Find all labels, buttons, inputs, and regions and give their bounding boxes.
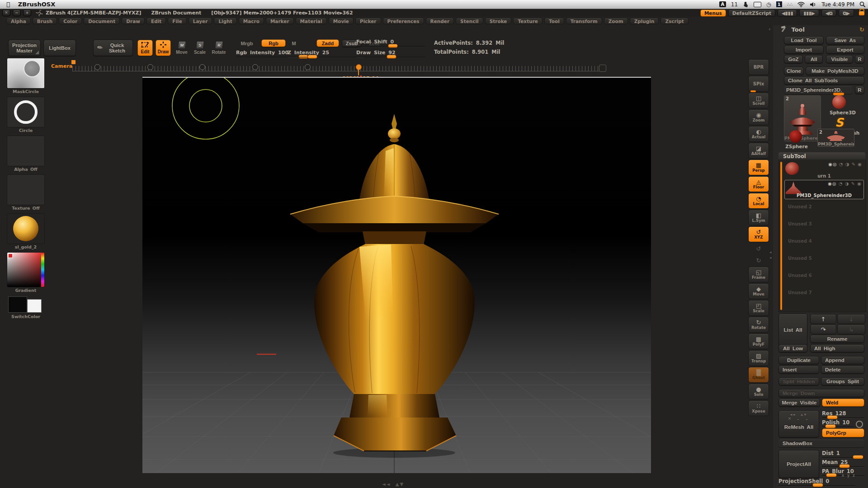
right-tray-button[interactable]: ▨ Transp — [748, 350, 769, 366]
menubar-clock[interactable]: Tue 4:49 PM — [821, 1, 854, 8]
import-button[interactable]: Import — [784, 46, 824, 54]
right-tray-button[interactable]: BPR — [748, 59, 769, 75]
left-tray-item[interactable]: Texture Off — [6, 174, 45, 211]
insert-button[interactable]: Insert — [778, 366, 819, 374]
right-tray-button[interactable]: ▩ PolyF — [748, 333, 769, 349]
subtool-section-header[interactable]: SubTool — [778, 152, 865, 159]
dock-right-icon[interactable]: ⧉▶ — [839, 9, 854, 17]
keyboard-nav-icon[interactable]: ∴∴ — [787, 1, 793, 8]
shadowbox-button[interactable]: ShadowBox — [778, 439, 864, 447]
subtool-item[interactable]: ◉◎ ◔ ◑ ✎ ◉ PM3D_Sphereinder3D — [784, 180, 864, 199]
collapse-arrow-icon[interactable]: ‹ — [769, 26, 771, 32]
remesh-all-button[interactable]: ◂▸ ▴▾✕ ⌄ ⌄ ReMesh All — [778, 410, 819, 437]
right-tray-button[interactable]: ↻ — [748, 255, 769, 266]
window-zoom-button[interactable]: + — [23, 9, 31, 16]
draw-size-slider[interactable]: Draw Size 92 — [356, 50, 425, 57]
lock-icon[interactable] — [859, 11, 864, 15]
load-tool-button[interactable]: Load Tool — [784, 36, 824, 44]
list-all-button[interactable]: List All — [778, 314, 807, 346]
projectionshell-slider[interactable]: ProjectionShell 0 — [778, 478, 855, 486]
menu-item[interactable]: Draw — [122, 18, 145, 24]
timeline-keyframe-knob[interactable] — [305, 64, 311, 70]
menu-item[interactable]: Brush — [33, 18, 57, 24]
clone-all-subtools-button[interactable]: Clone All SubTools — [784, 76, 864, 84]
groups-split-button[interactable]: Groups Split — [821, 377, 864, 385]
window-minimize-button[interactable]: − — [13, 9, 21, 16]
divider-right-icon[interactable]: ▮▮▮▶ — [799, 9, 819, 17]
displays-icon[interactable] — [754, 2, 761, 7]
polish-mode-toggle[interactable] — [856, 421, 863, 428]
left-tray-thumbnail[interactable] — [7, 97, 45, 127]
restore-configuration-icon[interactable]: ↻ — [859, 26, 864, 33]
focal-shift-slider[interactable]: Focal Shift 0 — [356, 39, 425, 47]
apple-menu-icon[interactable]:  — [6, 1, 10, 8]
right-tray-button[interactable]: ◪ AAHalf — [748, 143, 769, 159]
subtool-move-down-arrow[interactable]: ↳ — [837, 324, 865, 334]
window-close-button[interactable]: ✕ — [2, 9, 10, 16]
menu-item[interactable]: Zoom — [604, 18, 628, 24]
timeline-keyframe-knob[interactable] — [252, 64, 258, 70]
mrgb-button[interactable]: Mrgb — [235, 40, 259, 47]
menu-item[interactable]: File — [168, 18, 187, 24]
draw-button[interactable]: Draw — [156, 40, 171, 56]
menu-item[interactable]: Zplugin — [630, 18, 659, 24]
menus-toggle[interactable]: Menus — [700, 9, 726, 17]
simplebrush-s-icon[interactable]: S — [835, 116, 844, 129]
sphere3d-thumbnail[interactable] — [832, 95, 846, 109]
res-slider[interactable]: Res 128 — [822, 410, 864, 418]
left-tray-item[interactable]: SwitchColor — [6, 296, 45, 319]
subtool-scrollbar[interactable] — [780, 162, 782, 310]
menu-item[interactable]: Preferences — [383, 18, 424, 24]
menu-item[interactable]: Movie — [329, 18, 354, 24]
menu-item[interactable]: Texture — [513, 18, 542, 24]
left-tray-item[interactable]: Circle — [6, 97, 45, 133]
right-tray-button[interactable]: ↺ — [748, 243, 769, 254]
menu-item[interactable]: Picker — [355, 18, 381, 24]
subtool-up-button[interactable]: ↑ — [810, 314, 836, 324]
merge-down-button[interactable]: Merge Down — [778, 389, 864, 397]
subtool-move-up-arrow[interactable]: ↷ — [810, 324, 836, 334]
menu-item[interactable]: Document — [84, 18, 120, 24]
spaces-badge[interactable]: 1 — [776, 1, 782, 7]
goz-button[interactable]: GoZ — [784, 55, 803, 63]
left-tray-thumbnail[interactable] — [7, 136, 45, 166]
menu-item[interactable]: Layer — [189, 18, 212, 24]
divider-left-icon[interactable]: ◀▮▮▮ — [778, 9, 797, 17]
polish-slider[interactable]: Polish 10 — [822, 419, 854, 427]
camera-track-label[interactable]: Camera — [51, 63, 72, 69]
menu-item[interactable]: Render — [426, 18, 454, 24]
subtool-item[interactable]: ◉◎ ◔ ◑ ✎ ◉ Unused 5 — [784, 251, 864, 268]
zadd-button[interactable]: Zadd — [316, 39, 339, 47]
recent-tool-thumbnail[interactable]: 2 PM3D_Sphereind — [817, 129, 854, 147]
make-polymesh3d-button[interactable]: Make PolyMesh3D — [806, 67, 864, 75]
left-tray-thumbnail[interactable] — [7, 174, 45, 205]
subtool-item[interactable]: ◉◎ ◔ ◑ ✎ ◉ Unused 3 — [784, 217, 864, 234]
right-tray-button[interactable]: ↺ XYZ — [748, 226, 769, 242]
rotate-button[interactable]: R Rotate — [210, 40, 228, 56]
right-tray-button[interactable]: ◫ Scroll — [748, 93, 769, 108]
left-tray-thumbnail[interactable] — [7, 296, 44, 314]
rename-button[interactable]: Rename — [810, 335, 864, 343]
timeline-start-marker[interactable] — [71, 60, 75, 64]
right-tray-button[interactable]: ◔ Local — [748, 193, 769, 209]
menu-item[interactable]: Transform — [566, 18, 602, 24]
right-tray-button[interactable]: ◆ Move — [748, 283, 769, 299]
left-tray-thumbnail[interactable] — [7, 213, 45, 244]
weld-button[interactable]: Weld — [822, 399, 864, 407]
menu-item[interactable]: Light — [214, 18, 236, 24]
right-tray-button[interactable]: ◰ Scale — [748, 300, 769, 316]
menu-item[interactable]: Stencil — [456, 18, 483, 24]
timeline-keyframe-knob[interactable] — [199, 64, 205, 70]
left-tray-thumbnail[interactable] — [7, 58, 45, 89]
timeline-end-button[interactable] — [599, 65, 606, 72]
panel-splitter-arrows[interactable]: ◂◂ — [769, 249, 772, 260]
lightbox-button[interactable]: LightBox — [43, 40, 76, 56]
menu-item[interactable]: Zscript — [660, 18, 688, 24]
timeline-keyframe-knob[interactable] — [94, 64, 100, 70]
subtool-item[interactable]: ◉◎ ◔ ◑ ✎ ◉ urn 1 — [784, 161, 864, 179]
left-tray-item[interactable]: Gradient — [6, 252, 45, 293]
right-tray-button[interactable]: ◧ L.Sym — [748, 210, 769, 225]
clone-button[interactable]: Clone — [784, 67, 804, 75]
edit-button[interactable]: Edit — [137, 40, 153, 56]
projection-master-button[interactable]: Projection Master — [8, 40, 41, 56]
